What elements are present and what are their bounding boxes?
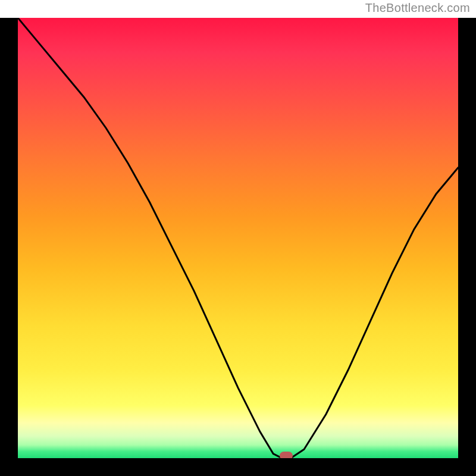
bottleneck-curve <box>18 18 458 458</box>
chart-container: TheBottleneck.com <box>0 0 476 476</box>
frame-right <box>458 18 476 476</box>
frame-left <box>0 18 18 476</box>
frame-bottom <box>0 458 476 476</box>
curve-svg <box>18 18 458 458</box>
plot-area <box>18 18 458 458</box>
watermark-text: TheBottleneck.com <box>365 1 470 15</box>
